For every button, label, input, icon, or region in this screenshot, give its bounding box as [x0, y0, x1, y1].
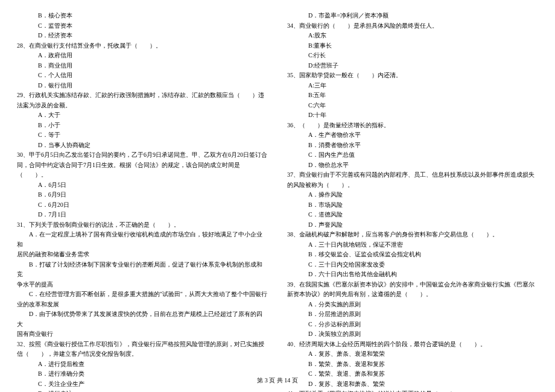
text-line: C．等于	[17, 130, 268, 141]
text-line: 36、（ ）是衡量经济增长的指标。	[287, 121, 538, 131]
column-right: D．市盈率=净利润／资本净额34、商业银行的（ ）是承担具体风险的最终责任人。A…	[287, 11, 538, 392]
text-line: 国有商业银行	[17, 329, 268, 340]
text-line: 法案为涉及的金额。	[17, 101, 268, 111]
text-line: 的风险被称为（ ）。	[287, 180, 538, 191]
text-line: D．物价总水平	[287, 160, 538, 171]
text-line: B．移交银监会、证监会或保监会指定机构	[287, 250, 538, 260]
text-line: 37、商业银行由于不完善或有问题的内部程序、员工、信息科技系统以及外部事件所造成…	[287, 170, 538, 180]
text-line: 居民的融资和储蓄业务需求	[17, 250, 268, 260]
text-line: B．打破了计划经济体制下国家专业银行的垄断局面，促进了银行体系竞争机制的形成和竞	[17, 260, 268, 280]
text-line: 争水平的提高	[17, 280, 268, 290]
text-line: C．分步达标的原则	[287, 320, 538, 330]
text-line: 28、在商业银行支付结算业务中，托收属于（ ）。	[17, 41, 268, 51]
text-line: B．6月9日	[17, 190, 268, 200]
text-line: 35、国家助学贷款一般在（ ）内还清。	[287, 71, 538, 81]
text-line: B:五年	[287, 90, 538, 101]
text-line: A．6月5日	[17, 180, 268, 191]
text-line: 40、经济周期大体上会经历周期性的四个阶段，最符合逻辑的是（ ）。	[287, 340, 538, 350]
text-line: A．操作风险	[287, 190, 538, 200]
text-line: D．当事人协商确定	[17, 141, 268, 151]
text-line: A:股东	[287, 31, 538, 41]
text-line: B．商业信用	[17, 61, 268, 71]
text-line: 38、金融机构破产和解散时，应当将客户的身份资料和客户交易信息（ ）。	[287, 230, 538, 240]
text-line: D．银行信用	[17, 81, 268, 91]
text-line: C．三十日内交给国家发改委	[287, 260, 538, 270]
text-line: D:经营班子	[287, 61, 538, 71]
text-line: 31、下列关于股份制商业银行的说法，不正确的是（ ）。	[17, 220, 268, 230]
text-line: C．监管资本	[17, 21, 268, 31]
column-left: B．核心资本C．监管资本D．经济资本28、在商业银行支付结算业务中，托收属于（ …	[17, 11, 268, 392]
text-line: A．复苏、萧条、衰退和繁荣	[287, 349, 538, 359]
text-line: 34、商业银行的（ ）是承担具体风险的最终责任人。	[287, 21, 538, 31]
text-line: B．市场风险	[287, 200, 538, 210]
text-line: 信（ ），并建立客户情况变化报告制度。	[17, 349, 268, 359]
text-line: 29、行政机关实施冻结存款、汇款的行政强制措施时，冻结存款、汇款的数额应当（ ）…	[17, 90, 268, 101]
text-line: 39、在我国实施《巴塞尔新资本协议》的安排中，中国银监会允许各家商业银行实施《巴…	[287, 280, 538, 290]
text-line: D．由于体制优势带来了其发展速度快的优势，目前在总资产规模上已经超过了原有的四大	[17, 309, 268, 329]
text-line: B．核心资本	[17, 11, 268, 21]
page-body: B．核心资本C．监管资本D．经济资本28、在商业银行支付结算业务中，托收属于（ …	[0, 0, 555, 392]
text-line: A．政府信用	[17, 51, 268, 61]
text-line: 同，合同中约定该合同于7月1日生效。根据《合同法》的规定，该合同的成立时间是（ …	[17, 160, 268, 180]
text-line: C．国内生产总值	[287, 150, 538, 160]
text-line: B:董事长	[287, 41, 538, 51]
text-line: A．大于	[17, 110, 268, 121]
text-line: D:十年	[287, 110, 538, 121]
text-line: B．繁荣、萧条、衰退和复苏	[287, 359, 538, 370]
text-line: C:六年	[287, 101, 538, 111]
text-line: D．7月1日	[17, 210, 268, 220]
text-line: D．决策独立的原则	[287, 329, 538, 340]
text-line: C．个人信用	[17, 71, 268, 81]
text-line: A．分类实施的原则	[287, 300, 538, 310]
text-line: B．分层推进的原则	[287, 309, 538, 320]
text-line: A．在一定程度上填补了国有商业银行收缩机构造成的市场空白，较好地满足了中小企业和	[17, 230, 268, 250]
text-line: 业的改革和发展	[17, 300, 268, 310]
text-line: 41、下列关于《巴塞尔资本协议》的说法中不正确的是（ ）。	[287, 389, 538, 392]
text-line: A．生产者物价水平	[287, 130, 538, 141]
text-line: C:行长	[287, 51, 538, 61]
text-line: C．在经营管理方面不断创新，是很多重大措施的"试验田"，从而大大推动了整个中国银…	[17, 289, 268, 300]
text-line: D．六十日内出售给其他金融机构	[287, 270, 538, 280]
text-line: 32、按照《商业银行授信工作尽职指引》，商业银行应严格按照风险管理的原则，对已实…	[17, 340, 268, 350]
text-line: A．三十日内就地销毁，保证不泄密	[287, 240, 538, 250]
text-line: B．消费者物价水平	[287, 141, 538, 151]
page-footer: 第 3 页 共 14 页	[0, 376, 555, 385]
text-line: B．小于	[17, 121, 268, 131]
text-line: D．市盈率=净利润／资本净额	[287, 11, 538, 21]
text-line: C．6月20日	[17, 200, 268, 210]
text-line: D．声誉风险	[287, 220, 538, 230]
text-line: A．进行贷后检查	[17, 359, 268, 370]
text-line: C．道德风险	[287, 210, 538, 220]
text-line: A:三年	[287, 81, 538, 91]
text-line: 30、甲于6月5日向乙发出签订合同的要约，乙于6月9日承诺同意。甲、乙双方在6月…	[17, 150, 268, 160]
text-line: D．经济资本	[17, 31, 268, 41]
text-line: 新资本协议》的时间先后有别，这遵循的是（ ）。	[287, 289, 538, 300]
text-line: D．进行走访	[17, 389, 268, 392]
